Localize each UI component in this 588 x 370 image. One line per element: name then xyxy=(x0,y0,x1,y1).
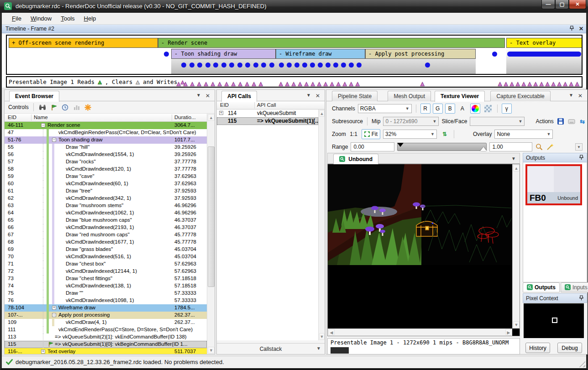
write-marker-triangle[interactable]: ▲ xyxy=(184,80,187,87)
draw-dot[interactable] xyxy=(326,63,331,68)
write-marker-triangle[interactable]: ▲ xyxy=(285,80,289,87)
event-row[interactable]: 58vkCmdDrawIndexed(120, 1)37.77778 xyxy=(5,166,207,173)
mip-select[interactable]: 0 - 1272x690▼ xyxy=(383,117,439,126)
tab-current-texture[interactable]: Unbound xyxy=(333,154,378,164)
event-row[interactable]: 109vkCmdDraw(4, 1)262.37... xyxy=(5,319,207,326)
write-marker-triangle[interactable]: ▲ xyxy=(197,80,201,87)
timeline-resource-usage[interactable]: Presentable Image 1 Reads ▲ , Clears ▲ a… xyxy=(6,76,583,88)
resize-grip[interactable] xyxy=(579,361,585,367)
event-row[interactable]: 113=> vkQueueSubmit(2)[1]: vkEndCommandB… xyxy=(5,334,207,341)
timeline-marker[interactable]: - Text overlay xyxy=(506,38,582,48)
event-row[interactable]: 75Draw ""57.33333 xyxy=(5,290,207,297)
sliceface-select[interactable]: ▼ xyxy=(470,117,525,126)
event-row[interactable]: 115=> vkQueueSubmit(1)[0]: vkBeginComman… xyxy=(5,341,207,348)
scroll-right-icon[interactable]: ▶ xyxy=(505,329,512,335)
event-row[interactable]: 66vkCmdDrawIndexed(2193, 1)46.37037 xyxy=(5,224,207,231)
channel-b-toggle[interactable]: B xyxy=(445,104,455,114)
menu-file[interactable]: File xyxy=(7,13,26,24)
write-marker-triangle[interactable]: ▲ xyxy=(534,80,537,87)
draw-dot[interactable] xyxy=(349,63,354,68)
api-call-row[interactable]: +114vkQueueSubmit xyxy=(217,109,318,117)
toolbar-overflow-icon[interactable]: ▼ xyxy=(575,143,583,151)
event-row[interactable]: 63Draw "mushroom stems"46.96296 xyxy=(5,202,207,209)
histogram-wand-icon[interactable] xyxy=(546,143,554,151)
goto-eid-icon[interactable] xyxy=(50,103,58,111)
timeline-marker[interactable]: + Off-screen scene rendering xyxy=(9,38,158,48)
write-marker-triangle[interactable]: ▲ xyxy=(218,80,221,87)
draw-dot[interactable] xyxy=(341,63,346,68)
write-marker-triangle[interactable]: ▲ xyxy=(238,80,242,87)
write-marker-triangle[interactable]: ▲ xyxy=(575,80,579,87)
scroll-down-icon[interactable]: ▼ xyxy=(208,347,215,354)
event-row[interactable]: 70vkCmdDrawIndexed(516, 1)45.03704 xyxy=(5,253,207,261)
write-marker-triangle[interactable]: ▲ xyxy=(557,80,561,87)
minimize-button[interactable]: — xyxy=(541,0,555,9)
event-row[interactable]: 76vkCmdDrawIndexed(1098, 1)57.33333 xyxy=(5,297,207,304)
write-marker-triangle[interactable]: ▲ xyxy=(569,80,573,87)
api-call-row[interactable]: 115=> vkQueueSubmit(1)[... xyxy=(217,117,318,125)
draw-dot[interactable] xyxy=(357,63,362,68)
write-marker-triangle[interactable]: ▲ xyxy=(225,80,228,87)
event-row[interactable]: 51-76−Toon shading draw1017.7... xyxy=(5,136,207,144)
draw-dot[interactable] xyxy=(318,63,323,68)
channel-a-toggle[interactable]: A xyxy=(457,104,467,114)
write-marker-triangle[interactable]: ▲ xyxy=(336,80,340,87)
tab-capture-executable[interactable]: Capture Executable xyxy=(490,91,550,101)
scroll-left-icon[interactable]: ◀ xyxy=(328,329,335,335)
write-marker-triangle[interactable]: ▲ xyxy=(279,80,283,87)
write-marker-triangle[interactable]: ▲ xyxy=(252,80,256,87)
menu-help[interactable]: Help xyxy=(79,13,101,24)
write-marker-triangle[interactable]: ▲ xyxy=(498,80,502,87)
event-row[interactable]: 55Draw "hill"39.25926 xyxy=(5,144,207,151)
event-row[interactable]: 107-...−Apply post processing262.37... xyxy=(5,312,207,319)
scroll-up-icon[interactable]: ▲ xyxy=(513,165,520,172)
write-marker-triangle[interactable]: ▲ xyxy=(528,80,531,87)
write-marker-triangle[interactable]: ▲ xyxy=(343,80,346,87)
save-icon[interactable] xyxy=(556,117,565,125)
event-browser-scrollbar[interactable]: ▲ ▼ xyxy=(207,114,215,354)
draw-dot[interactable] xyxy=(253,63,258,68)
callstack-section[interactable]: Callstack ▼ xyxy=(217,343,325,354)
draw-dot[interactable] xyxy=(310,63,315,68)
draw-dot[interactable] xyxy=(279,63,284,68)
close-icon[interactable]: ✕ xyxy=(578,93,583,99)
fb0-thumbnail[interactable]: FB0 Unbound xyxy=(525,164,582,205)
draw-dot[interactable] xyxy=(492,52,497,57)
event-row[interactable]: 59Draw "cave"37.62963 xyxy=(5,173,207,180)
write-marker-triangle[interactable]: ▲ xyxy=(204,80,208,87)
pixel-context-view[interactable] xyxy=(524,303,584,338)
write-marker-triangle[interactable]: ▲ xyxy=(330,80,334,87)
write-marker-triangle[interactable]: ▲ xyxy=(522,80,525,87)
tree-expand-icon[interactable]: + xyxy=(219,111,223,115)
zoom-select[interactable]: 32%▼ xyxy=(383,130,437,139)
texture-view[interactable]: ▲ ▼ ◀ ▶ xyxy=(327,164,520,336)
event-row[interactable]: 64vkCmdDrawIndexed(1062, 1)46.96296 xyxy=(5,209,207,217)
chevron-down-icon[interactable]: ▼ xyxy=(196,93,201,99)
timeline-marker[interactable]: - Apply post processing xyxy=(365,49,476,59)
timeline-marker[interactable]: - Wireframe draw xyxy=(276,49,365,59)
checkerboard-toggle[interactable] xyxy=(483,104,493,114)
tab-mesh-output[interactable]: Mesh Output xyxy=(388,91,431,101)
draw-dot[interactable] xyxy=(213,63,218,68)
draw-dot[interactable] xyxy=(294,63,299,68)
write-marker-triangle[interactable]: ▲ xyxy=(190,80,194,87)
texture-hscrollbar[interactable]: ◀ ▶ xyxy=(328,328,512,336)
draw-dot-run[interactable] xyxy=(507,52,581,57)
write-marker-triangle[interactable]: ▲ xyxy=(504,80,508,87)
event-row[interactable]: 46-111−Render scene3064.7... xyxy=(5,122,207,129)
draw-dot[interactable] xyxy=(189,63,194,68)
write-marker-triangle[interactable]: ▲ xyxy=(356,80,359,87)
write-marker-triangle[interactable]: ▲ xyxy=(563,80,567,87)
debug-button[interactable]: Debug xyxy=(557,343,582,353)
event-row[interactable]: 56vkCmdDrawIndexed(1554, 1)39.25926 xyxy=(5,151,207,158)
channel-r-toggle[interactable]: R xyxy=(420,104,430,114)
draw-dot[interactable] xyxy=(221,63,226,68)
draw-dot[interactable] xyxy=(181,63,186,68)
tree-collapse-icon[interactable]: − xyxy=(52,138,56,142)
tab-outputs[interactable]: Outputs xyxy=(523,282,560,292)
write-marker-triangle[interactable]: ▲ xyxy=(311,80,315,87)
timeline-marker[interactable]: - Render scene xyxy=(158,38,505,48)
write-marker-triangle[interactable]: ▲ xyxy=(259,80,262,87)
event-row[interactable]: 111vkCmdEndRenderPass(C=Store, D=Store, … xyxy=(5,326,207,334)
close-icon[interactable]: ✕ xyxy=(205,93,210,99)
